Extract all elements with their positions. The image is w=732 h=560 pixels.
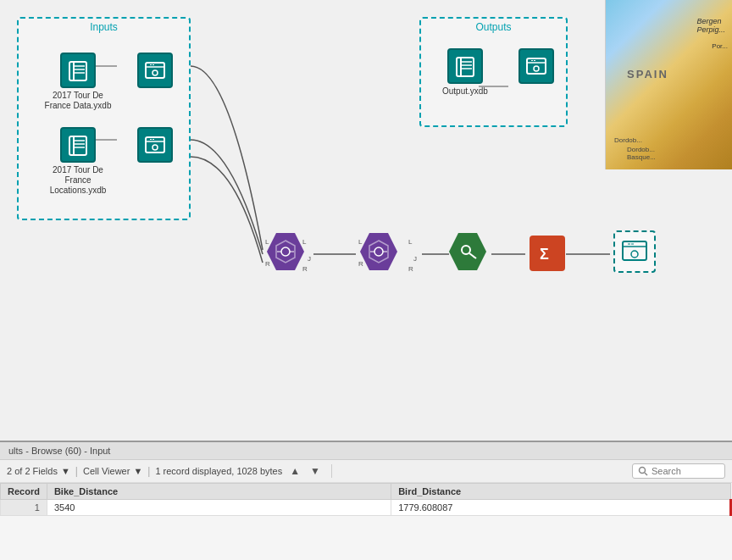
browse-node-2[interactable] — [137, 127, 173, 163]
svg-point-55 — [462, 246, 470, 254]
data-table: Record Bike_Distance Bird_Distance 1 354… — [0, 483, 732, 516]
svg-text:Σ: Σ — [540, 246, 549, 263]
svg-line-65 — [645, 473, 647, 475]
svg-point-61 — [631, 251, 638, 258]
join-node-2[interactable] — [360, 233, 397, 270]
search-icon — [638, 466, 648, 476]
toolbar-row: 2 of 2 Fields ▼ | Cell Viewer ▼ | 1 reco… — [0, 460, 732, 483]
join-hex-2[interactable] — [360, 233, 397, 270]
input-node-2[interactable]: 2017 Tour De France Locations.yxdb — [44, 127, 112, 196]
join-node-1[interactable] — [267, 233, 304, 270]
join-hex-1[interactable] — [267, 233, 304, 270]
input-node-1[interactable]: 2017 Tour De France Data.yxdb — [44, 53, 112, 111]
browse-node-1[interactable] — [137, 53, 173, 88]
svg-text:R: R — [408, 265, 413, 273]
svg-text:J: J — [413, 255, 417, 263]
browse-icon-2[interactable] — [137, 127, 173, 163]
inputs-box: Inputs 2017 Tour De France Data.yxdb — [17, 17, 191, 220]
output-node-label: Output.yxdb — [442, 86, 488, 97]
results-tab-label: ults - Browse (60) - Input — [8, 446, 110, 456]
input-node-2-label: 2017 Tour De France Locations.yxdb — [44, 165, 112, 196]
book-icon-2[interactable] — [60, 127, 96, 163]
cell-viewer-arrow[interactable]: ▼ — [133, 466, 142, 476]
input-node-1-label: 2017 Tour De France Data.yxdb — [44, 91, 112, 111]
fields-label: 2 of 2 Fields — [7, 466, 58, 476]
data-table-container: Record Bike_Distance Bird_Distance 1 354… — [0, 483, 732, 516]
summarize-node[interactable]: Σ — [530, 236, 565, 271]
search-box[interactable] — [632, 463, 725, 479]
key-hex-icon[interactable] — [449, 233, 486, 270]
toolbar-divider-2: | — [147, 465, 150, 477]
results-tab[interactable]: ults - Browse (60) - Input — [0, 442, 732, 460]
fields-selector[interactable]: 2 of 2 Fields ▼ — [7, 466, 70, 476]
record-info-text: 1 record displayed, 1028 bytes — [155, 466, 282, 476]
cell-record-1: 1 — [1, 500, 47, 516]
search-input[interactable] — [652, 466, 719, 476]
svg-point-44 — [534, 66, 539, 71]
outputs-box: Outputs Output.yxdb — [419, 17, 568, 127]
output-node[interactable]: Output.yxdb — [442, 48, 488, 97]
svg-rect-27 — [69, 136, 86, 155]
map-panel: BergenPerpig... Por... SPAIN Dordob... D… — [605, 0, 732, 169]
col-header-bike-distance[interactable]: Bike_Distance — [47, 484, 391, 500]
cell-viewer-selector[interactable]: Cell Viewer ▼ — [83, 466, 142, 476]
toolbar-divider-1: | — [75, 465, 78, 477]
browse-icon-1[interactable] — [137, 53, 173, 88]
book-icon-1[interactable] — [60, 53, 96, 88]
svg-point-64 — [640, 468, 646, 474]
outputs-title: Outputs — [421, 19, 566, 36]
cell-viewer-label: Cell Viewer — [83, 466, 130, 476]
record-info: 1 record displayed, 1028 bytes — [155, 466, 282, 476]
toolbar-separator — [331, 464, 332, 478]
svg-point-48 — [281, 247, 290, 256]
workflow-canvas: L R L J R L R L J R Inputs 2017 Tour De … — [0, 0, 732, 441]
col-header-record[interactable]: Record — [1, 484, 47, 500]
svg-rect-37 — [457, 58, 474, 76]
svg-point-24 — [152, 70, 158, 75]
browse-dashed-icon[interactable] — [613, 230, 656, 273]
inputs-title: Inputs — [19, 19, 189, 36]
spain-map-label: SPAIN — [627, 68, 668, 80]
svg-rect-17 — [69, 62, 86, 80]
output-browse-icon[interactable] — [518, 48, 554, 84]
svg-point-34 — [152, 145, 158, 150]
output-book-icon[interactable] — [447, 48, 483, 84]
sort-up-button[interactable]: ▲ — [287, 464, 302, 478]
results-panel: ults - Browse (60) - Input 2 of 2 Fields… — [0, 441, 732, 560]
browse-output-node[interactable] — [613, 230, 656, 273]
dropdown-arrow[interactable]: ▼ — [61, 466, 70, 476]
col-header-bird-distance[interactable]: Bird_Distance — [391, 484, 731, 500]
output-browse-node[interactable] — [518, 48, 554, 84]
cell-bird-distance-1: 1779.608087 — [391, 500, 731, 516]
svg-point-52 — [374, 247, 383, 256]
cell-bike-distance-1: 3540 — [47, 500, 391, 516]
sort-down-button[interactable]: ▼ — [308, 464, 323, 478]
table-row: 1 3540 1779.608087 — [1, 500, 731, 516]
sigma-icon[interactable]: Σ — [530, 236, 565, 271]
svg-text:J: J — [308, 255, 311, 263]
svg-text:L: L — [408, 238, 413, 246]
key-node[interactable] — [449, 233, 486, 270]
